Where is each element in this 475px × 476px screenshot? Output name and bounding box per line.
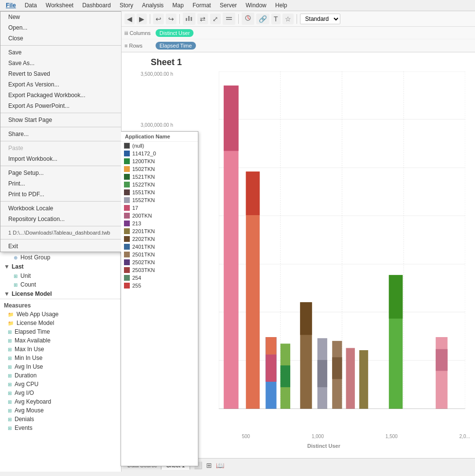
bar-2-seg[interactable]: [246, 171, 260, 215]
app-item-1522tkn[interactable]: 1522TKN: [121, 181, 198, 188]
menu-window[interactable]: Window: [242, 1, 270, 10]
section-last[interactable]: ▼ Last: [0, 262, 121, 272]
rows-pill[interactable]: Elapsed Time: [156, 42, 196, 50]
field-elapsed-time[interactable]: ⊞ Elapsed Time: [0, 327, 121, 336]
menu-item-open[interactable]: Open... Ctrl+O: [0, 22, 122, 33]
bar-9[interactable]: [359, 350, 368, 409]
field-events[interactable]: ⊞ Events: [0, 424, 121, 432]
menu-file[interactable]: File: [2, 1, 20, 10]
new-dashboard-button[interactable]: ⊞: [205, 461, 213, 469]
app-item-null[interactable]: (null): [121, 142, 198, 150]
nav-back-button[interactable]: ◀: [124, 14, 135, 24]
field-denials[interactable]: ⊞ Denials: [0, 415, 121, 424]
menu-item-revert[interactable]: Revert to Saved F12: [0, 68, 122, 79]
menu-help[interactable]: Help: [271, 1, 291, 10]
text-button[interactable]: T: [271, 14, 281, 24]
app-item-200tkn[interactable]: 200TKN: [121, 212, 198, 220]
menu-item-print[interactable]: Print... Ctrl+P: [0, 178, 122, 189]
swap-button[interactable]: ⇄: [197, 14, 208, 24]
menu-item-export-version[interactable]: Export As Version...: [0, 79, 122, 90]
menu-item-export-packaged[interactable]: Export Packaged Workbook...: [0, 90, 122, 101]
bar-1-seg[interactable]: [224, 85, 238, 151]
columns-pill[interactable]: Distinct User: [156, 29, 194, 37]
menu-item-print-pdf[interactable]: Print to PDF...: [0, 189, 122, 200]
menu-story[interactable]: Story: [116, 1, 137, 10]
field-duration[interactable]: ⊞ Duration: [0, 371, 121, 380]
app-item-2502tkn[interactable]: 2502TKN: [121, 258, 198, 266]
bar-3-seg[interactable]: [265, 355, 276, 382]
field-host-group[interactable]: ⊕ Host Group: [0, 253, 121, 262]
field-min-in-use[interactable]: ⊞ Min In Use: [0, 354, 121, 362]
undo-button[interactable]: ↩: [153, 14, 164, 24]
field-web-app-usage[interactable]: 📁 Web App Usage: [0, 310, 121, 319]
bar-3-seg2[interactable]: [265, 337, 276, 355]
field-avg-mouse[interactable]: ⊞ Avg Mouse: [0, 406, 121, 415]
menu-worksheet[interactable]: Worksheet: [42, 1, 77, 10]
menu-item-share[interactable]: Share...: [0, 129, 122, 139]
menu-server[interactable]: Server: [216, 1, 241, 10]
app-item-1502tkn[interactable]: 1502TKN: [121, 165, 198, 173]
redo-button[interactable]: ↪: [166, 14, 176, 24]
menu-format[interactable]: Format: [189, 1, 215, 10]
menu-item-save-as[interactable]: Save As...: [0, 58, 122, 68]
app-item-2202tkn[interactable]: 2202TKN: [121, 235, 198, 243]
color-swatch-213: [124, 221, 130, 226]
app-item-254[interactable]: 254: [121, 274, 198, 282]
bar-6-seg[interactable]: [317, 360, 327, 387]
section-license-model[interactable]: ▼ License Model: [0, 289, 121, 299]
app-item-1521tkn[interactable]: 1521TKN: [121, 173, 198, 181]
menu-item-exit[interactable]: Exit: [0, 241, 122, 252]
field-max-available[interactable]: ⊞ Max Available: [0, 336, 121, 345]
app-item-2501tkn[interactable]: 2501TKN: [121, 251, 198, 258]
bar-11-seg[interactable]: [436, 349, 447, 371]
app-item-17[interactable]: 17: [121, 204, 198, 212]
menu-item-export-ppt[interactable]: Export As PowerPoint...: [0, 101, 122, 111]
bar-5-seg[interactable]: [300, 302, 312, 335]
menu-data[interactable]: Data: [21, 1, 41, 10]
app-item-114172[interactable]: 114172_0: [121, 150, 198, 157]
color-button[interactable]: [242, 13, 254, 25]
star-button[interactable]: ☆: [282, 14, 294, 24]
bar-chart-button[interactable]: [183, 13, 195, 25]
bar-7-seg[interactable]: [332, 357, 342, 379]
nav-forward-button[interactable]: ▶: [137, 14, 147, 24]
menu-map[interactable]: Map: [169, 1, 188, 10]
bar-8[interactable]: [346, 348, 355, 409]
app-item-2201tkn[interactable]: 2201TKN: [121, 227, 198, 235]
menu-item-new[interactable]: New Ctrl+N: [0, 12, 122, 22]
menu-item-page-setup[interactable]: Page Setup...: [0, 168, 122, 178]
field-avg-in-use[interactable]: ⊞ Avg In Use: [0, 362, 121, 371]
menu-item-import[interactable]: Import Workbook...: [0, 153, 122, 164]
field-max-in-use[interactable]: ⊞ Max In Use: [0, 345, 121, 354]
bar-10-seg[interactable]: [389, 275, 403, 319]
separator-2: [0, 113, 122, 113]
menu-item-repository[interactable]: Repository Location...: [0, 214, 122, 224]
new-story-button[interactable]: 📖: [215, 461, 225, 469]
field-unit[interactable]: ⊞ Unit: [0, 272, 121, 280]
app-item-2401tkn[interactable]: 2401TKN: [121, 243, 198, 251]
app-item-1551tkn[interactable]: 1551TKN: [121, 188, 198, 196]
menu-dashboard[interactable]: Dashboard: [78, 1, 115, 10]
menu-item-close[interactable]: Close: [0, 33, 122, 44]
bar-11[interactable]: [436, 337, 447, 409]
field-count[interactable]: ⊞ Count: [0, 280, 121, 289]
menu-analysis[interactable]: Analysis: [138, 1, 168, 10]
bar-4-seg[interactable]: [281, 365, 290, 387]
app-item-2503tkn[interactable]: 2503TKN: [121, 266, 198, 274]
field-avg-io[interactable]: ⊞ Avg I/O: [0, 389, 121, 397]
highlight-button[interactable]: [223, 13, 235, 25]
menu-item-recent-file[interactable]: 1 D:\...\Downloads\Tableau_dashboard.twb: [0, 228, 122, 238]
fit-button[interactable]: ⤢: [210, 14, 221, 24]
field-avg-cpu[interactable]: ⊞ Avg CPU: [0, 380, 121, 389]
menu-item-locale[interactable]: Workbook Locale ▶: [0, 203, 122, 214]
field-avg-keyboard[interactable]: ⊞ Avg Keyboard: [0, 397, 121, 406]
menu-item-show-start[interactable]: Show Start Page Ctrl+2: [0, 115, 122, 125]
standard-dropdown[interactable]: Standard: [300, 14, 340, 24]
app-item-1552tkn[interactable]: 1552TKN: [121, 196, 198, 204]
menu-item-save[interactable]: Save Ctrl+S: [0, 47, 122, 58]
app-item-255[interactable]: 255: [121, 282, 198, 289]
field-license-model-measure[interactable]: 📁 License Model: [0, 319, 121, 327]
link-button[interactable]: 🔗: [256, 14, 269, 24]
app-item-1200tkn[interactable]: 1200TKN: [121, 157, 198, 165]
app-item-213[interactable]: 213: [121, 220, 198, 227]
